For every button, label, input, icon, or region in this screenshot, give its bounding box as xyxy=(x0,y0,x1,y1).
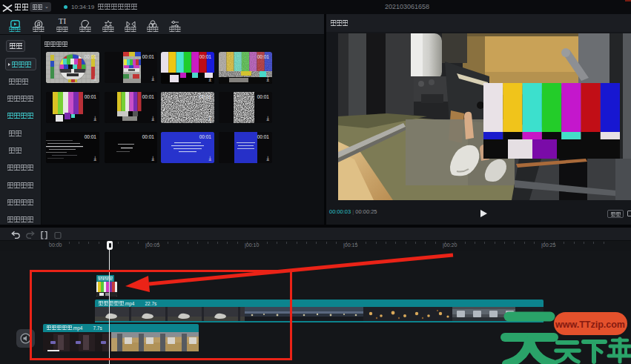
svg-text:www.TTzip.com: www.TTzip.com xyxy=(555,320,625,330)
